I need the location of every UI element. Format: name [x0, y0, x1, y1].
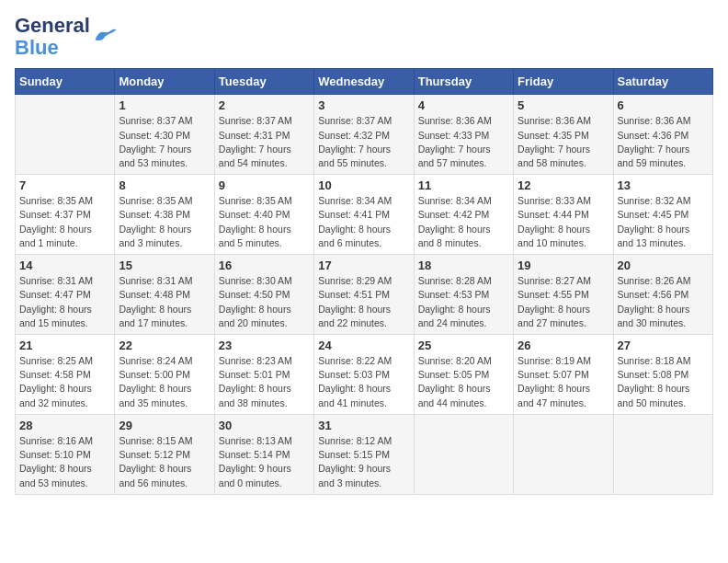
- day-info: Sunrise: 8:32 AMSunset: 4:45 PMDaylight:…: [618, 194, 709, 250]
- day-info: Sunrise: 8:30 AMSunset: 4:50 PMDaylight:…: [219, 274, 310, 330]
- calendar-cell: [414, 414, 513, 494]
- day-number: 20: [618, 259, 709, 272]
- calendar-cell: 9Sunrise: 8:35 AMSunset: 4:40 PMDaylight…: [214, 175, 313, 255]
- calendar-day-header: Friday: [514, 69, 613, 95]
- day-number: 2: [219, 98, 310, 112]
- logo: GeneralBlue: [15, 15, 118, 59]
- day-info: Sunrise: 8:25 AMSunset: 4:58 PMDaylight:…: [19, 354, 110, 410]
- calendar-cell: 13Sunrise: 8:32 AMSunset: 4:45 PMDayligh…: [613, 175, 712, 255]
- calendar-cell: 30Sunrise: 8:13 AMSunset: 5:14 PMDayligh…: [214, 414, 313, 494]
- day-number: 18: [418, 259, 509, 272]
- calendar-cell: [514, 414, 613, 494]
- day-info: Sunrise: 8:15 AMSunset: 5:12 PMDaylight:…: [119, 434, 210, 490]
- calendar-day-header: Wednesday: [314, 69, 414, 95]
- calendar-week-row: 14Sunrise: 8:31 AMSunset: 4:47 PMDayligh…: [16, 255, 713, 335]
- day-number: 9: [219, 178, 310, 192]
- calendar-table: SundayMondayTuesdayWednesdayThursdayFrid…: [15, 68, 713, 494]
- day-info: Sunrise: 8:35 AMSunset: 4:37 PMDaylight:…: [19, 194, 110, 250]
- calendar-cell: 18Sunrise: 8:28 AMSunset: 4:53 PMDayligh…: [414, 255, 513, 335]
- day-number: 21: [19, 339, 110, 352]
- calendar-cell: 16Sunrise: 8:30 AMSunset: 4:50 PMDayligh…: [214, 255, 313, 335]
- day-number: 15: [119, 259, 210, 272]
- day-info: Sunrise: 8:23 AMSunset: 5:01 PMDaylight:…: [219, 354, 310, 410]
- calendar-day-header: Sunday: [16, 69, 115, 95]
- day-info: Sunrise: 8:24 AMSunset: 5:00 PMDaylight:…: [119, 354, 210, 410]
- day-number: 7: [19, 178, 110, 192]
- calendar-cell: 1Sunrise: 8:37 AMSunset: 4:30 PMDaylight…: [115, 95, 214, 175]
- calendar-cell: 20Sunrise: 8:26 AMSunset: 4:56 PMDayligh…: [613, 255, 712, 335]
- calendar-cell: 12Sunrise: 8:33 AMSunset: 4:44 PMDayligh…: [514, 175, 613, 255]
- day-info: Sunrise: 8:28 AMSunset: 4:53 PMDaylight:…: [418, 274, 509, 330]
- day-number: 10: [318, 178, 409, 192]
- day-number: 17: [318, 259, 409, 272]
- day-info: Sunrise: 8:34 AMSunset: 4:41 PMDaylight:…: [318, 194, 409, 250]
- calendar-cell: 8Sunrise: 8:35 AMSunset: 4:38 PMDaylight…: [115, 175, 214, 255]
- day-number: 30: [219, 419, 310, 432]
- day-info: Sunrise: 8:36 AMSunset: 4:36 PMDaylight:…: [618, 114, 709, 170]
- day-number: 22: [119, 339, 210, 352]
- day-info: Sunrise: 8:26 AMSunset: 4:56 PMDaylight:…: [618, 274, 709, 330]
- calendar-day-header: Saturday: [613, 69, 712, 95]
- day-info: Sunrise: 8:20 AMSunset: 5:05 PMDaylight:…: [418, 354, 509, 410]
- calendar-cell: 24Sunrise: 8:22 AMSunset: 5:03 PMDayligh…: [314, 335, 414, 415]
- day-number: 6: [618, 98, 709, 112]
- day-info: Sunrise: 8:31 AMSunset: 4:48 PMDaylight:…: [119, 274, 210, 330]
- calendar-cell: 29Sunrise: 8:15 AMSunset: 5:12 PMDayligh…: [115, 414, 214, 494]
- calendar-cell: [16, 95, 115, 175]
- calendar-cell: 22Sunrise: 8:24 AMSunset: 5:00 PMDayligh…: [115, 335, 214, 415]
- day-number: 29: [119, 419, 210, 432]
- day-info: Sunrise: 8:31 AMSunset: 4:47 PMDaylight:…: [19, 274, 110, 330]
- calendar-cell: 11Sunrise: 8:34 AMSunset: 4:42 PMDayligh…: [414, 175, 513, 255]
- day-info: Sunrise: 8:13 AMSunset: 5:14 PMDaylight:…: [219, 434, 310, 490]
- day-number: 5: [518, 98, 609, 112]
- page-header: GeneralBlue: [15, 15, 713, 59]
- calendar-week-row: 28Sunrise: 8:16 AMSunset: 5:10 PMDayligh…: [16, 414, 713, 494]
- day-info: Sunrise: 8:19 AMSunset: 5:07 PMDaylight:…: [518, 354, 609, 410]
- day-number: 28: [19, 419, 110, 432]
- day-number: 12: [518, 178, 609, 192]
- day-number: 27: [618, 339, 709, 352]
- day-info: Sunrise: 8:29 AMSunset: 4:51 PMDaylight:…: [318, 274, 409, 330]
- logo-text: GeneralBlue: [15, 15, 90, 59]
- calendar-cell: 2Sunrise: 8:37 AMSunset: 4:31 PMDaylight…: [214, 95, 313, 175]
- calendar-cell: [613, 414, 712, 494]
- calendar-week-row: 1Sunrise: 8:37 AMSunset: 4:30 PMDaylight…: [16, 95, 713, 175]
- day-info: Sunrise: 8:18 AMSunset: 5:08 PMDaylight:…: [618, 354, 709, 410]
- day-number: 13: [618, 178, 709, 192]
- day-info: Sunrise: 8:37 AMSunset: 4:31 PMDaylight:…: [219, 114, 310, 170]
- calendar-header-row: SundayMondayTuesdayWednesdayThursdayFrid…: [16, 69, 713, 95]
- day-info: Sunrise: 8:33 AMSunset: 4:44 PMDaylight:…: [518, 194, 609, 250]
- day-number: 26: [518, 339, 609, 352]
- calendar-cell: 14Sunrise: 8:31 AMSunset: 4:47 PMDayligh…: [16, 255, 115, 335]
- day-info: Sunrise: 8:37 AMSunset: 4:30 PMDaylight:…: [119, 114, 210, 170]
- day-info: Sunrise: 8:12 AMSunset: 5:15 PMDaylight:…: [318, 434, 409, 490]
- day-number: 24: [318, 339, 409, 352]
- day-info: Sunrise: 8:16 AMSunset: 5:10 PMDaylight:…: [19, 434, 110, 490]
- calendar-cell: 17Sunrise: 8:29 AMSunset: 4:51 PMDayligh…: [314, 255, 414, 335]
- calendar-cell: 28Sunrise: 8:16 AMSunset: 5:10 PMDayligh…: [16, 414, 115, 494]
- day-number: 14: [19, 259, 110, 272]
- calendar-week-row: 21Sunrise: 8:25 AMSunset: 4:58 PMDayligh…: [16, 335, 713, 415]
- day-number: 25: [418, 339, 509, 352]
- calendar-cell: 26Sunrise: 8:19 AMSunset: 5:07 PMDayligh…: [514, 335, 613, 415]
- logo-bird-icon: [92, 27, 118, 47]
- calendar-day-header: Monday: [115, 69, 214, 95]
- calendar-cell: 4Sunrise: 8:36 AMSunset: 4:33 PMDaylight…: [414, 95, 513, 175]
- calendar-cell: 3Sunrise: 8:37 AMSunset: 4:32 PMDaylight…: [314, 95, 414, 175]
- day-number: 19: [518, 259, 609, 272]
- day-number: 3: [318, 98, 409, 112]
- day-number: 4: [418, 98, 509, 112]
- day-number: 11: [418, 178, 509, 192]
- day-info: Sunrise: 8:27 AMSunset: 4:55 PMDaylight:…: [518, 274, 609, 330]
- day-info: Sunrise: 8:36 AMSunset: 4:35 PMDaylight:…: [518, 114, 609, 170]
- calendar-cell: 27Sunrise: 8:18 AMSunset: 5:08 PMDayligh…: [613, 335, 712, 415]
- day-info: Sunrise: 8:37 AMSunset: 4:32 PMDaylight:…: [318, 114, 409, 170]
- day-info: Sunrise: 8:22 AMSunset: 5:03 PMDaylight:…: [318, 354, 409, 410]
- day-number: 31: [318, 419, 409, 432]
- calendar-day-header: Thursday: [414, 69, 513, 95]
- calendar-cell: 23Sunrise: 8:23 AMSunset: 5:01 PMDayligh…: [214, 335, 313, 415]
- calendar-cell: 21Sunrise: 8:25 AMSunset: 4:58 PMDayligh…: [16, 335, 115, 415]
- calendar-week-row: 7Sunrise: 8:35 AMSunset: 4:37 PMDaylight…: [16, 175, 713, 255]
- day-info: Sunrise: 8:35 AMSunset: 4:40 PMDaylight:…: [219, 194, 310, 250]
- calendar-cell: 25Sunrise: 8:20 AMSunset: 5:05 PMDayligh…: [414, 335, 513, 415]
